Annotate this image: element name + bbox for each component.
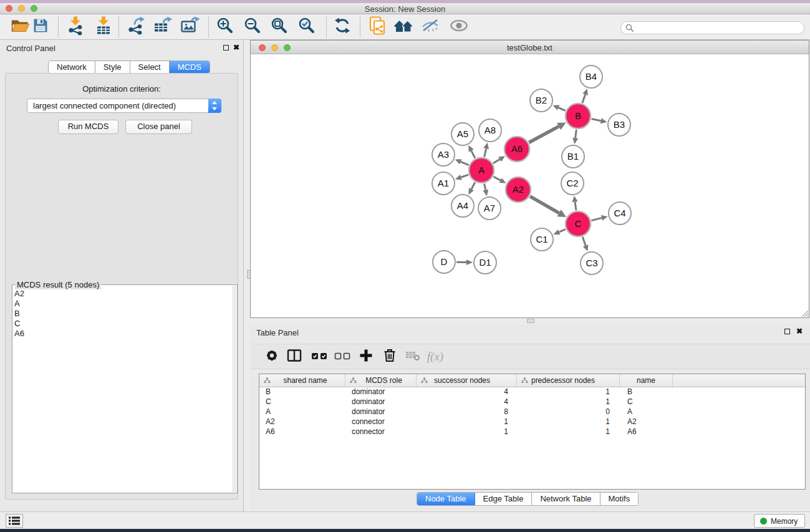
zoom-selected-icon[interactable] [299, 17, 316, 37]
close-panel-icon[interactable]: ✖ [233, 44, 239, 51]
add-column-icon[interactable] [360, 349, 373, 364]
refresh-layout-icon[interactable] [334, 17, 351, 37]
tab-network-table[interactable]: Network Table [532, 493, 600, 505]
split-view-icon[interactable] [287, 349, 302, 365]
graph-edge[interactable] [471, 151, 475, 158]
toolbar-separator [118, 17, 119, 37]
graph-edge[interactable] [559, 108, 566, 111]
import-table-icon[interactable] [95, 16, 112, 38]
open-session-icon[interactable] [11, 18, 31, 36]
delete-column-icon[interactable] [383, 348, 397, 365]
graph-edge[interactable] [559, 230, 566, 232]
float-table-panel-icon[interactable] [784, 329, 790, 334]
tab-edge-table[interactable]: Edge Table [475, 493, 533, 505]
graph-node-label: B1 [567, 151, 579, 162]
delete-table-icon[interactable] [405, 349, 420, 364]
import-network-icon[interactable] [67, 16, 84, 38]
session-title: Session: New Session [0, 4, 810, 14]
select-all-icon[interactable] [311, 351, 327, 362]
edge-arrowhead [483, 143, 489, 150]
graph-edge[interactable] [582, 237, 586, 246]
result-item[interactable]: B [14, 309, 24, 319]
table-panel-title: Table Panel [256, 328, 299, 337]
zoom-in-icon[interactable] [217, 17, 234, 37]
table-row[interactable]: Cdominator41C [259, 397, 805, 407]
close-panel-button[interactable]: Close panel [125, 120, 192, 134]
result-item[interactable]: A6 [14, 329, 24, 339]
table-row[interactable]: A2connector11A2 [259, 417, 805, 427]
run-mcds-button[interactable]: Run MCDS [58, 120, 118, 134]
column-header-predecessor-nodes[interactable]: predecessor nodes [517, 374, 620, 387]
result-item[interactable]: A2 [14, 289, 24, 299]
network-window-title: testGlobe.txt [251, 43, 809, 52]
criterion-dropdown[interactable]: largest connected component (directed) [27, 99, 221, 113]
mcds-result-list[interactable]: A2 A B C A6 [14, 289, 24, 339]
tab-motifs[interactable]: Motifs [600, 493, 639, 505]
graph-node-label: C1 [536, 234, 547, 244]
function-builder-icon[interactable]: f(x) [427, 350, 443, 364]
export-image-icon[interactable] [181, 17, 200, 37]
show-all-icon[interactable] [450, 19, 468, 34]
graph-edge[interactable] [591, 218, 602, 220]
result-scrollbar[interactable] [232, 286, 236, 492]
graph-edge[interactable] [461, 175, 468, 177]
tab-style[interactable]: Style [95, 61, 130, 73]
edge-arrowhead [601, 215, 608, 221]
memory-button[interactable]: Memory [754, 514, 805, 528]
graph-edge[interactable] [576, 130, 577, 138]
column-header-shared-name[interactable]: shared name [259, 374, 345, 387]
clone-network-icon[interactable] [369, 16, 386, 38]
graph-node-label: C [575, 218, 582, 229]
table-row[interactable]: Bdominator41B [259, 387, 805, 397]
hide-selected-icon[interactable] [421, 18, 440, 36]
export-table-icon[interactable] [153, 17, 172, 37]
graph-edge[interactable] [471, 182, 475, 189]
table-row[interactable]: Adominator80A [259, 407, 805, 417]
graph-edge[interactable] [485, 184, 486, 190]
network-canvas[interactable]: B4B2BB3A5A8A6A3B1AA1A2C2A4A7C4CC1DD1C3 [251, 55, 809, 317]
mcds-result-box: MCDS result (5 nodes) A2 A B C A6 [12, 284, 238, 493]
node-table[interactable]: shared name MCDS role successor nodes pr… [259, 374, 806, 490]
graph-node-label: A8 [485, 125, 496, 135]
column-header-name[interactable]: name [620, 374, 673, 387]
close-table-panel-icon[interactable]: ✖ [796, 327, 803, 335]
zoom-fit-icon[interactable] [271, 17, 288, 37]
edge-arrowhead [582, 89, 588, 95]
search-field[interactable] [620, 21, 804, 34]
graph-edge[interactable] [493, 159, 500, 163]
graph-node-label: B3 [614, 119, 625, 130]
search-input[interactable] [636, 22, 798, 33]
table-row[interactable]: A6connector11A6 [259, 427, 805, 437]
graph-edge[interactable] [530, 196, 559, 213]
graph-edge[interactable] [461, 162, 469, 165]
tab-network[interactable]: Network [49, 61, 95, 73]
save-session-icon[interactable] [33, 18, 49, 36]
export-network-icon[interactable] [127, 17, 145, 37]
network-graph[interactable]: B4B2BB3A5A8A6A3B1AA1A2C2A4A7C4CC1DD1C3 [251, 55, 809, 317]
tab-node-table[interactable]: Node Table [417, 493, 475, 505]
tab-select[interactable]: Select [130, 61, 170, 73]
graph-edge[interactable] [575, 202, 576, 210]
memory-label: Memory [771, 517, 798, 526]
graph-edge[interactable] [529, 127, 559, 143]
edge-arrowhead [572, 138, 578, 144]
horizontal-splitter-handle[interactable] [527, 319, 534, 323]
home-view-icon[interactable] [393, 18, 414, 36]
graph-edge[interactable] [485, 148, 486, 157]
column-header-successor-nodes[interactable]: successor nodes [417, 374, 517, 387]
show-panels-button[interactable] [6, 514, 23, 528]
graph-edge[interactable] [493, 177, 500, 180]
result-item[interactable]: C [14, 319, 24, 329]
deselect-all-icon[interactable] [334, 351, 350, 362]
graph-node-label: C2 [566, 178, 578, 188]
result-item[interactable]: A [14, 299, 24, 309]
graph-edge[interactable] [582, 94, 586, 103]
resize-grip-icon[interactable] [801, 309, 809, 317]
tab-mcds[interactable]: MCDS [170, 61, 210, 73]
zoom-out-icon[interactable] [244, 17, 261, 37]
table-settings-icon[interactable] [265, 349, 279, 365]
graph-edge[interactable] [592, 119, 601, 121]
column-header-mcds-role[interactable]: MCDS role [345, 374, 417, 387]
float-panel-icon[interactable] [223, 45, 229, 51]
dropdown-stepper-icon [208, 99, 221, 113]
